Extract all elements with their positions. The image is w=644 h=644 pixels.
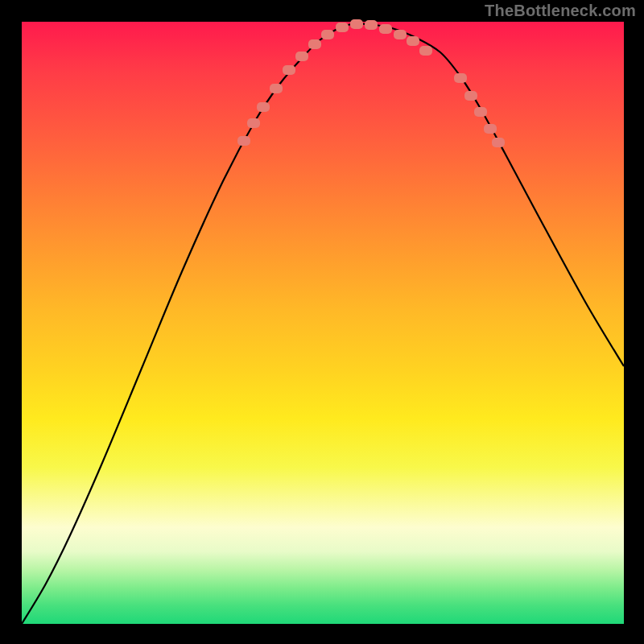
highlight-dot [379,24,392,34]
highlight-dot [247,118,260,128]
chart-svg [22,22,624,624]
highlight-dot [295,52,308,61]
highlight-dot [419,46,432,56]
bottleneck-curve-path [22,23,624,624]
highlight-dot [484,124,497,134]
watermark-text: TheBottleneck.com [485,2,636,20]
highlight-dot [257,102,270,112]
highlight-dot [474,107,487,117]
highlight-dot [365,20,378,30]
highlight-dot [308,39,321,49]
highlight-dot [237,136,250,146]
highlight-dot [321,30,334,39]
highlight-dot [350,19,363,29]
highlight-dot [336,23,349,32]
highlight-dot [407,36,419,46]
highlight-dot [270,84,283,93]
highlight-dot [394,30,407,39]
highlight-dot [283,65,295,75]
highlight-dot [454,73,467,83]
chart-frame: TheBottleneck.com [0,0,644,644]
highlight-dot [464,91,477,101]
highlight-dot [492,138,505,147]
